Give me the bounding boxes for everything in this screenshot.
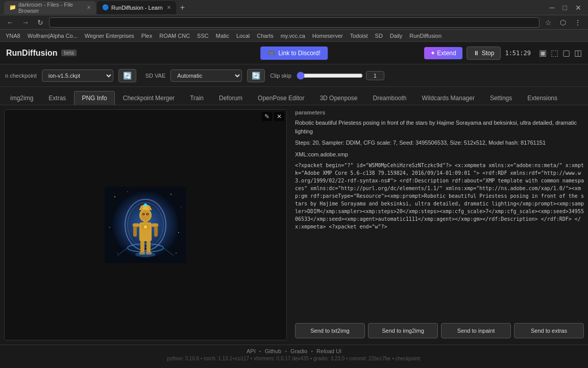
tab-darkroom[interactable]: 📁 darkroom - Files - File Browser ✕ [4, 1, 96, 14]
tab-train[interactable]: Train [183, 91, 211, 105]
tab-icon: 🔵 [102, 4, 109, 11]
sdvae-refresh-button[interactable]: 🔄 [247, 69, 265, 82]
bookmark-ssc[interactable]: SSC [194, 32, 211, 40]
tab-settings[interactable]: Settings [483, 91, 519, 105]
bookmark-charts[interactable]: Charts [254, 32, 276, 40]
tab-rundiffusion[interactable]: 🔵 RunDiffusion - Learn ✕ [97, 1, 176, 14]
sdvae-select[interactable]: Automatic [170, 70, 242, 82]
browser-chrome: 📁 darkroom - Files - File Browser ✕ 🔵 Ru… [0, 0, 588, 15]
gradio-link[interactable]: Gradio [290, 348, 307, 354]
tab-bar: 📁 darkroom - Files - File Browser ✕ 🔵 Ru… [4, 1, 544, 14]
svg-point-22 [144, 225, 147, 228]
tab-extras[interactable]: Extras [41, 91, 73, 105]
svg-rect-17 [146, 240, 151, 253]
footer-separator-3: • [311, 348, 314, 354]
close-browser-button[interactable]: ✕ [573, 3, 584, 13]
send-to-img2img-button[interactable]: Send to img2img [368, 323, 438, 338]
main-content: ✎ ✕ [0, 105, 588, 344]
send-to-extras-button[interactable]: Send to extras [514, 323, 584, 338]
left-panel: ✎ ✕ [0, 105, 291, 344]
clip-value: 1 [366, 71, 384, 80]
svg-point-34 [144, 203, 147, 206]
stop-button[interactable]: ⏸ Stop [467, 47, 501, 60]
svg-point-3 [114, 196, 115, 197]
svg-point-9 [117, 252, 118, 254]
params-title: parameters [295, 109, 584, 116]
model-row: n checkpoint ion-v1.5.ckpt 🔄 SD VAE Auto… [0, 64, 588, 87]
params-description: Robotic beautiful Priestess posing in fr… [295, 119, 584, 135]
app-header: RunDiffusion beta 🎮 Link to Discord! ✦ E… [0, 42, 588, 64]
address-input[interactable]: app.rundiffusion.com/launch/JcU4litQd1ij… [49, 17, 540, 28]
image-area: ✎ ✕ [4, 109, 287, 340]
checkpoint-refresh-button[interactable]: 🔄 [118, 69, 136, 82]
tab-openpose-editor[interactable]: OpenPose Editor [251, 91, 311, 105]
tab-3d-openpose[interactable]: 3D Openpose [312, 91, 364, 105]
bookmark-button[interactable]: ☆ [543, 17, 554, 28]
refresh-button[interactable]: ↻ [35, 17, 46, 28]
bookmark-yna8[interactable]: YNA8 [3, 32, 23, 40]
footer-links: API • Github • Gradio • Reload UI [0, 348, 588, 354]
priestess-image [105, 187, 186, 263]
settings-browser-button[interactable]: ⋮ [572, 17, 584, 28]
header-icons: ▣ ⬚ ▢ ◫ [539, 48, 582, 58]
bookmark-local[interactable]: Local [234, 32, 252, 40]
extensions-button[interactable]: ⬡ [557, 17, 569, 28]
sdvae-label: SD VAE [145, 73, 166, 79]
discord-button[interactable]: 🎮 Link to Discord! [260, 47, 328, 60]
svg-point-7 [109, 227, 110, 228]
tab-extensions[interactable]: Extensions [520, 91, 565, 105]
extend-button[interactable]: ✦ Extend [424, 47, 462, 59]
address-bar-row: ← → ↻ app.rundiffusion.com/launch/JcU4li… [0, 15, 588, 30]
bookmark-matic[interactable]: Matic [213, 32, 232, 40]
layout-icon-3[interactable]: ▢ [562, 48, 570, 58]
layout-icon-2[interactable]: ⬚ [551, 48, 558, 58]
svg-rect-26 [154, 226, 158, 237]
send-to-txt2img-button[interactable]: Send to txt2img [295, 323, 365, 338]
forward-button[interactable]: → [19, 17, 32, 28]
nav-tabs: img2img Extras PNG Info Checkpoint Merge… [0, 87, 588, 105]
bookmark-homeserver[interactable]: Homeserver [310, 32, 346, 40]
reload-ui-link[interactable]: Reload UI [316, 348, 341, 354]
tab-checkpoint-merger[interactable]: Checkpoint Merger [116, 91, 182, 105]
tab-img2img[interactable]: img2img [3, 91, 40, 105]
clip-label: Clip skip [270, 73, 291, 79]
params-meta: Steps: 20, Sampler: DDIM, CFG scale: 7, … [295, 139, 584, 147]
bookmark-roam[interactable]: ROAM CNC [157, 32, 192, 40]
image-controls: ✎ ✕ [262, 112, 284, 121]
edit-image-button[interactable]: ✎ [262, 112, 272, 121]
bookmark-myvcc[interactable]: my.vcc.ca [278, 32, 308, 40]
tab-wildcards[interactable]: Wildcards Manager [415, 91, 482, 105]
clip-slider[interactable] [297, 72, 363, 80]
tab-close-active[interactable]: ✕ [167, 5, 171, 10]
tab-dreambooth[interactable]: Dreambooth [366, 91, 414, 105]
bookmark-wolfram[interactable]: Wolfram|Alpha Co... [25, 32, 80, 40]
maximize-button[interactable]: □ [560, 3, 570, 13]
tab-close[interactable]: ✕ [87, 5, 91, 10]
bookmark-todoist[interactable]: Todoist [348, 32, 371, 40]
tab-label: darkroom - Files - File Browser [18, 2, 83, 14]
svg-point-10 [176, 252, 177, 254]
send-to-inpaint-button[interactable]: Send to inpaint [441, 323, 511, 338]
bookmark-sd[interactable]: SD [373, 32, 385, 40]
back-button[interactable]: ← [4, 17, 16, 28]
close-image-button[interactable]: ✕ [274, 112, 284, 121]
layout-icon-4[interactable]: ◫ [574, 48, 582, 58]
svg-rect-25 [133, 226, 137, 237]
tab-deforum[interactable]: Deforum [212, 91, 250, 105]
tab-png-info[interactable]: PNG Info [74, 91, 114, 105]
api-link[interactable]: API [247, 348, 256, 354]
github-link[interactable]: Github [265, 348, 281, 354]
bookmark-daily[interactable]: Daily [387, 32, 405, 40]
minimize-button[interactable]: ─ [547, 3, 557, 13]
bookmarks-bar: YNA8 Wolfram|Alpha Co... Wegner Enterpri… [0, 30, 588, 42]
layout-icon-1[interactable]: ▣ [539, 48, 547, 58]
bookmark-plex[interactable]: Plex [139, 32, 155, 40]
new-tab-button[interactable]: + [177, 3, 188, 12]
bookmark-rundiffusion[interactable]: RunDiffusion [407, 32, 444, 40]
checkpoint-select[interactable]: ion-v1.5.ckpt [42, 70, 113, 82]
discord-icon: 🎮 [267, 50, 275, 57]
svg-point-32 [143, 214, 144, 215]
bookmark-wegner[interactable]: Wegner Enterprises [82, 32, 137, 40]
extend-icon: ✦ [430, 50, 435, 57]
svg-point-35 [135, 252, 156, 257]
